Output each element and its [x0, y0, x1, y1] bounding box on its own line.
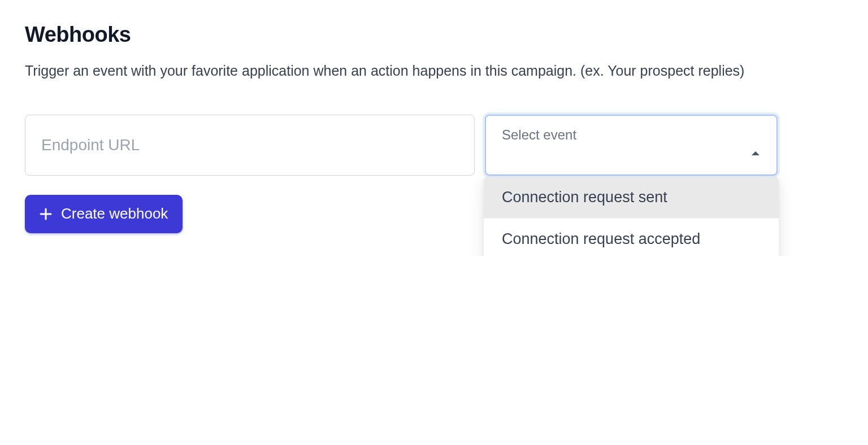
- dropdown-item-connection-request-accepted[interactable]: Connection request accepted: [484, 219, 779, 256]
- page-subtitle: Trigger an event with your favorite appl…: [25, 60, 843, 82]
- chevron-up-icon: [750, 149, 761, 159]
- plus-icon: [40, 208, 52, 220]
- event-select-trigger[interactable]: Select event: [485, 115, 778, 176]
- page-title: Webhooks: [25, 23, 843, 47]
- create-webhook-button[interactable]: Create webhook: [25, 195, 183, 233]
- event-select-wrapper: Select event Connection request sent Con…: [485, 115, 778, 176]
- event-select-label: Select event: [502, 127, 576, 143]
- endpoint-url-input[interactable]: [25, 115, 475, 176]
- webhook-form-row: Select event Connection request sent Con…: [25, 115, 843, 176]
- event-dropdown-menu: Connection request sent Connection reque…: [484, 177, 779, 256]
- create-webhook-label: Create webhook: [61, 205, 168, 223]
- dropdown-item-connection-request-sent[interactable]: Connection request sent: [484, 177, 779, 219]
